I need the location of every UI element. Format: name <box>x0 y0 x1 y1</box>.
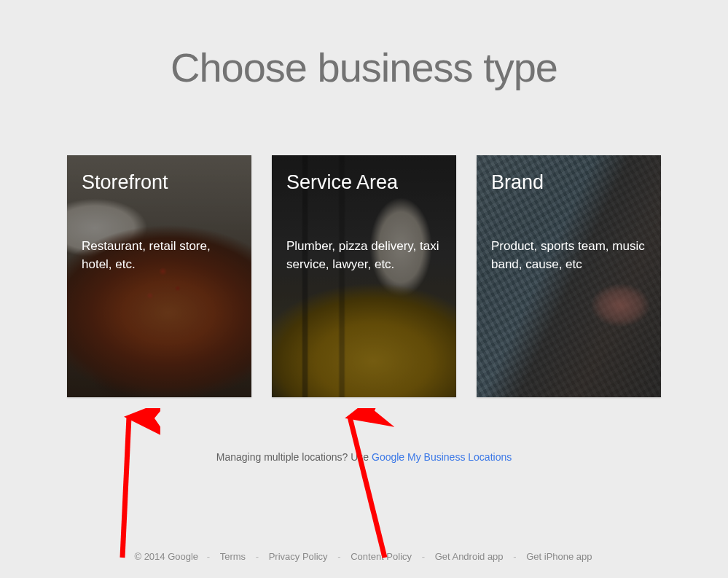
card-title: Storefront <box>82 171 237 194</box>
footer-copyright: © 2014 Google <box>134 551 198 562</box>
footer: © 2014 Google - Terms - Privacy Policy -… <box>0 551 728 562</box>
footer-separator: - <box>201 551 216 562</box>
footer-separator: - <box>507 551 522 562</box>
footer-separator: - <box>416 551 431 562</box>
footer-link-terms[interactable]: Terms <box>219 551 247 562</box>
multiple-locations-text: Managing multiple locations? Use Google … <box>216 451 512 463</box>
multi-locations-prefix: Managing multiple locations? Use <box>216 451 372 463</box>
footer-link-privacy[interactable]: Privacy Policy <box>267 551 329 562</box>
footer-separator: - <box>250 551 265 562</box>
footer-link-content-policy[interactable]: Content Policy <box>349 551 413 562</box>
card-content: Service Area Plumber, pizza delivery, ta… <box>272 155 456 397</box>
business-type-cards: Storefront Restaurant, retail store, hot… <box>67 155 661 397</box>
card-content: Brand Product, sports team, music band, … <box>477 155 661 397</box>
card-storefront[interactable]: Storefront Restaurant, retail store, hot… <box>67 155 251 397</box>
page-title: Choose business type <box>171 44 557 91</box>
card-description: Restaurant, retail store, hotel, etc. <box>82 238 237 273</box>
card-service-area[interactable]: Service Area Plumber, pizza delivery, ta… <box>272 155 456 397</box>
card-description: Plumber, pizza delivery, taxi service, l… <box>286 238 442 273</box>
card-description: Product, sports team, music band, cause,… <box>491 238 646 273</box>
card-content: Storefront Restaurant, retail store, hot… <box>67 155 251 397</box>
card-title: Brand <box>491 171 646 194</box>
footer-separator: - <box>332 551 346 562</box>
card-brand[interactable]: Brand Product, sports team, music band, … <box>477 155 661 397</box>
multi-locations-link[interactable]: Google My Business Locations <box>372 451 512 463</box>
footer-link-android[interactable]: Get Android app <box>434 551 505 562</box>
card-title: Service Area <box>286 171 442 194</box>
footer-link-iphone[interactable]: Get iPhone app <box>525 551 593 562</box>
